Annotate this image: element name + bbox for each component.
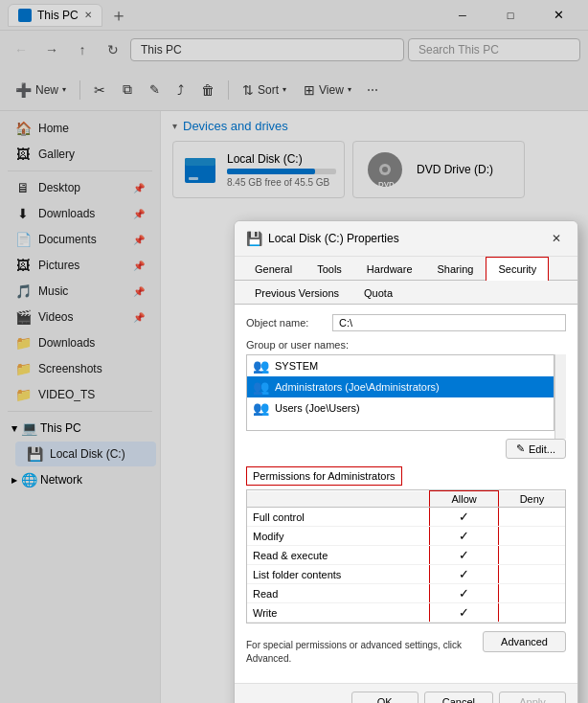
tab-sharing[interactable]: Sharing	[425, 257, 486, 281]
object-name-value: C:\	[332, 314, 566, 331]
perm-deny-fullcontrol	[498, 508, 565, 527]
user-icon-users: 👥	[253, 400, 269, 416]
group-label: Group or user names:	[246, 339, 566, 351]
check-read-allow: ✓	[459, 586, 469, 601]
user-icon-system: 👥	[253, 358, 269, 374]
perm-name-modify: Modify	[247, 527, 430, 546]
perm-name-read: Read	[247, 584, 430, 603]
perm-name-fullcontrol: Full control	[247, 508, 430, 527]
perm-table-container: Allow Deny Full control ✓ Modify ✓	[246, 489, 566, 624]
perm-allow-readexec: ✓	[430, 546, 499, 565]
perm-table-header: Allow Deny	[247, 491, 565, 508]
perm-deny-write	[498, 603, 565, 623]
tab-hardware[interactable]: Hardware	[354, 257, 425, 281]
perm-allow-modify: ✓	[430, 527, 499, 546]
dialog-footer: OK Cancel Apply	[235, 683, 577, 703]
user-item-system[interactable]: 👥 SYSTEM	[247, 355, 554, 376]
edit-button-label: Edit...	[529, 443, 555, 455]
tab-quota[interactable]: Quota	[351, 281, 405, 305]
tab-previous-versions[interactable]: Previous Versions	[242, 281, 351, 305]
dialog-content: Object name: C:\ Group or user names: 👥 …	[235, 305, 577, 683]
edit-icon: ✎	[516, 442, 525, 455]
perm-deny-listfolder	[498, 565, 565, 584]
edit-row: ✎ Edit...	[246, 439, 566, 459]
dialog-tabs: General Tools Hardware Sharing Security	[235, 257, 577, 281]
dialog-overlay: 💾 Local Disk (C:) Properties ✕ General T…	[0, 0, 588, 703]
perm-col-name	[247, 491, 430, 508]
perm-section-header: Permissions for Administrators	[246, 466, 402, 486]
object-name-label: Object name:	[246, 317, 332, 329]
perm-allow-read: ✓	[430, 584, 499, 603]
user-icon-admins: 👥	[253, 379, 269, 395]
user-name-admins: Administrators (Joe\Administrators)	[275, 381, 440, 393]
dialog-title: 💾 Local Disk (C:) Properties	[246, 231, 399, 246]
dialog-title-icon: 💾	[246, 231, 262, 246]
user-item-admins[interactable]: 👥 Administrators (Joe\Administrators)	[247, 376, 554, 397]
perm-row-listfolder: List folder contents ✓	[247, 565, 565, 584]
special-note: For special permissions or advanced sett…	[246, 639, 475, 666]
user-item-users[interactable]: 👥 Users (Joe\Users)	[247, 397, 554, 419]
tab-general[interactable]: General	[242, 257, 305, 281]
check-readexec-allow: ✓	[459, 548, 469, 562]
perm-deny-modify	[498, 527, 565, 546]
check-fullcontrol-allow: ✓	[459, 510, 469, 524]
dialog-close-button[interactable]: ✕	[547, 229, 566, 248]
edit-button[interactable]: ✎ Edit...	[506, 439, 566, 459]
perm-col-allow: Allow	[430, 491, 499, 508]
ok-button[interactable]: OK	[351, 692, 418, 703]
dialog-title-text: Local Disk (C:) Properties	[268, 232, 399, 245]
perm-section: Permissions for Administrators	[246, 466, 566, 489]
cancel-button[interactable]: Cancel	[424, 692, 493, 703]
perm-deny-readexec	[498, 546, 565, 565]
user-name-users: Users (Joe\Users)	[275, 402, 360, 414]
user-name-system: SYSTEM	[275, 360, 318, 372]
users-list-container: 👥 SYSTEM 👥 Administrators (Joe\Administr…	[246, 354, 566, 439]
perm-allow-fullcontrol: ✓	[430, 508, 499, 527]
tab-security[interactable]: Security	[486, 257, 549, 281]
perm-row-fullcontrol: Full control ✓	[247, 508, 565, 527]
check-listfolder-allow: ✓	[459, 567, 469, 581]
dialog-tabs-row2: Previous Versions Quota	[235, 281, 577, 305]
dialog-titlebar: 💾 Local Disk (C:) Properties ✕	[235, 221, 577, 257]
perm-row-read: Read ✓	[247, 584, 565, 603]
perm-row-write: Write ✓	[247, 603, 565, 623]
advanced-button[interactable]: Advanced	[483, 631, 566, 652]
apply-button[interactable]: Apply	[499, 692, 566, 703]
perm-col-deny: Deny	[498, 491, 565, 508]
object-name-row: Object name: C:\	[246, 314, 566, 331]
perm-name-listfolder: List folder contents	[247, 565, 430, 584]
perm-row-readexec: Read & execute ✓	[247, 546, 565, 565]
perm-name-write: Write	[247, 603, 430, 623]
tab-tools[interactable]: Tools	[305, 257, 354, 281]
perm-allow-write: ✓	[430, 603, 499, 623]
perm-name-readexec: Read & execute	[247, 546, 430, 565]
perm-row-modify: Modify ✓	[247, 527, 565, 546]
check-write-allow: ✓	[459, 605, 469, 620]
perm-deny-read	[498, 584, 565, 603]
special-note-row: For special permissions or advanced sett…	[246, 631, 566, 673]
perm-allow-listfolder: ✓	[430, 565, 499, 584]
users-scrollbar[interactable]	[554, 354, 566, 439]
properties-dialog: 💾 Local Disk (C:) Properties ✕ General T…	[234, 220, 578, 703]
users-list[interactable]: 👥 SYSTEM 👥 Administrators (Joe\Administr…	[246, 354, 554, 431]
permissions-table: Allow Deny Full control ✓ Modify ✓	[247, 490, 565, 623]
check-modify-allow: ✓	[459, 529, 469, 543]
